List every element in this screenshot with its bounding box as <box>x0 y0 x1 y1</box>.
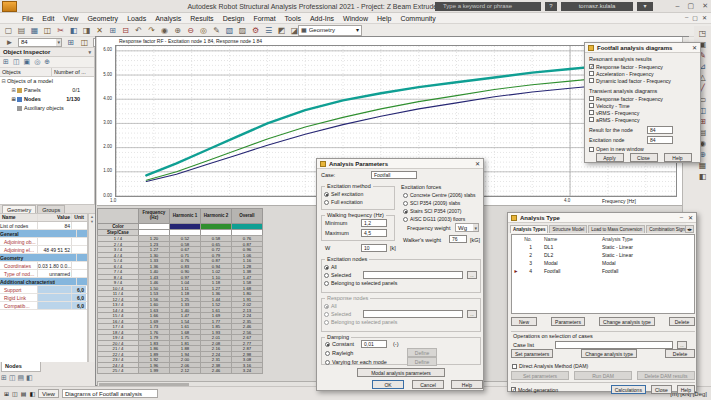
minimize-icon[interactable]: – <box>676 2 680 10</box>
tree-item-row[interactable]: ⊞ Nodes 1/130 <box>0 95 94 104</box>
bottom-tool-icon[interactable]: ◫ <box>9 374 16 382</box>
table-column-header[interactable]: Frequency (Hz) <box>138 208 170 224</box>
radio-button[interactable] <box>324 265 329 270</box>
chevron-down-icon[interactable]: ▾ <box>88 49 91 55</box>
dialog-button[interactable]: Help <box>677 385 695 394</box>
modal-analysis-parameters-button[interactable]: Modal analysis parameters <box>357 368 445 377</box>
dialog-button[interactable]: OK <box>372 380 404 389</box>
diagram-checkbox-row[interactable]: ✓ aRMS - Frequency <box>589 116 663 123</box>
toolbar-icon[interactable]: ⊖ <box>185 25 196 36</box>
tree-item-row[interactable]: ⊞ Auxiliary objects <box>0 104 94 113</box>
damping-rayleigh-row[interactable]: Rayleigh <box>325 350 353 356</box>
menu-item[interactable]: Design <box>223 15 245 22</box>
column-number[interactable]: Number of ... <box>52 68 94 76</box>
radio-row[interactable]: Stairs SCI P354 (2007) <box>403 207 476 215</box>
close-icon[interactable]: ✕ <box>692 44 697 51</box>
property-row[interactable]: Type of nod... unnamed <box>0 270 87 278</box>
diagram-checkbox-row[interactable]: ✓ Acceleration - Frequency <box>589 70 671 77</box>
dialog-titlebar[interactable]: Analysis Parameters ✕ <box>317 159 483 169</box>
dialog-tab[interactable]: Analysis Types <box>510 225 548 233</box>
menu-item[interactable]: Loads <box>127 15 146 22</box>
frequency-weight-combo[interactable]: Wg ▾ <box>455 223 479 232</box>
dialog-button[interactable]: Delete <box>669 317 695 326</box>
case-row[interactable]: ► 4 Footfall Footfall <box>512 267 694 275</box>
radio-button[interactable] <box>325 342 330 347</box>
radio-button[interactable] <box>324 200 329 205</box>
radio-row[interactable]: Belonging to selected panels <box>324 279 478 287</box>
checkbox[interactable]: ✓ <box>589 117 594 122</box>
right-toolbar-icon[interactable]: ◧ <box>699 172 707 181</box>
status-icon[interactable]: ▤ <box>21 390 27 397</box>
tab-scroll-buttons[interactable]: ◂▸ <box>685 225 694 233</box>
tree-collapse-icon[interactable]: ⊟ <box>0 77 7 86</box>
maximum-input[interactable]: 4,5 <box>361 229 387 237</box>
radio-button[interactable] <box>324 273 329 278</box>
menu-item[interactable]: Geometry <box>87 15 118 22</box>
case-list-browse-button[interactable]: ... <box>677 341 687 349</box>
damping-constant-input[interactable]: 0,01 <box>361 340 387 348</box>
property-row[interactable]: Adjoining el... 48 49 51 52 <box>0 246 87 254</box>
dam-checkbox-row[interactable]: Direct Analysis Method (DAM) <box>512 363 588 369</box>
menu-item[interactable]: Add-Ins <box>310 15 334 22</box>
table-column-header[interactable]: Overall <box>231 208 263 224</box>
radio-row[interactable]: All <box>324 263 478 271</box>
dialog-button[interactable]: Help <box>451 380 483 389</box>
radio-row[interactable]: SCI P354 (2009) slabs <box>403 199 476 207</box>
property-grid-scrollbar[interactable]: ▲▼ <box>88 214 95 362</box>
menu-item[interactable]: File <box>22 15 33 22</box>
dialog-button[interactable]: Set parameters <box>511 349 553 358</box>
radio-button[interactable] <box>324 320 329 325</box>
checkbox[interactable]: ✓ <box>589 71 594 76</box>
tree-item-row[interactable]: ⊞ Panels 0/1 <box>0 86 94 95</box>
mdi-close-icon[interactable]: ✕ <box>702 14 707 21</box>
user-account-menu[interactable]: tomasz.kulala <box>561 2 633 11</box>
toolbar-icon[interactable]: ▤ <box>16 25 27 36</box>
dialog-tab[interactable]: Structure Model <box>549 225 587 233</box>
diagram-checkbox-row[interactable]: ✓ Response factor - Frequency <box>589 63 671 70</box>
radio-button[interactable] <box>403 201 408 206</box>
checkbox[interactable]: ✓ <box>589 103 594 108</box>
define-button[interactable]: Define <box>407 357 437 366</box>
excitation-selected-input[interactable] <box>363 271 463 279</box>
define-button[interactable]: Define <box>407 348 437 357</box>
menu-item[interactable]: Help <box>377 15 391 22</box>
restore-icon[interactable]: ▢ <box>688 2 695 10</box>
menu-item[interactable]: View <box>63 15 78 22</box>
toolbar-icon[interactable]: ⚙ <box>250 25 261 36</box>
radio-button[interactable] <box>403 217 408 222</box>
tab-geometry[interactable]: Geometry <box>2 205 36 213</box>
footfall-panel-titlebar[interactable]: Footfall analysis diagrams ✕ <box>585 43 700 53</box>
dialog-button[interactable]: Close <box>651 385 672 394</box>
node-selection-combo[interactable]: 84 ▾ <box>18 38 62 47</box>
case-row[interactable]: ► 3 Modal Modal <box>512 259 694 267</box>
property-row[interactable]: General <box>0 230 87 238</box>
toolbar-icon[interactable]: ✂ <box>55 25 66 36</box>
radio-row[interactable]: Belonging to selected panels <box>324 318 478 326</box>
dialog-button[interactable]: Calculations <box>611 385 646 394</box>
toolbar-icon[interactable]: ✎ <box>211 25 222 36</box>
table-column-header[interactable]: Harmonic 2 <box>200 208 232 224</box>
radio-button[interactable] <box>403 193 408 198</box>
radio-button[interactable] <box>324 281 329 286</box>
radio-button[interactable] <box>324 192 329 197</box>
minimize-icon[interactable]: – <box>680 214 683 221</box>
toolbar-icon[interactable]: ⊕ <box>172 25 183 36</box>
radio-button[interactable] <box>324 312 329 317</box>
toolbar-icon[interactable]: ☰ <box>263 25 274 36</box>
diagram-checkbox-row[interactable]: ✓ vRMS - Frequency <box>589 109 663 116</box>
toolbar-icon[interactable]: ▦ <box>29 25 40 36</box>
property-row[interactable]: Support 6,0 <box>0 286 87 294</box>
dialog-button[interactable]: Cancel <box>412 380 444 389</box>
toolbar-icon[interactable]: ▢ <box>3 25 14 36</box>
status-icon[interactable]: ⊞ <box>4 390 9 397</box>
mdi-minimize-icon[interactable]: – <box>685 14 688 21</box>
close-icon[interactable]: ✕ <box>702 2 708 10</box>
column-objects[interactable]: Objects <box>0 68 52 76</box>
radio-button[interactable] <box>403 209 408 214</box>
tab-nodes[interactable]: Nodes <box>1 362 41 372</box>
open-new-window-row[interactable]: Open in new window <box>589 146 644 152</box>
inspector-tool-icon[interactable]: ⊕ <box>44 58 50 66</box>
checkbox[interactable]: ✓ <box>511 387 516 392</box>
checkbox[interactable]: ✓ <box>589 64 594 69</box>
toolbar-icon[interactable]: ◧ <box>68 25 79 36</box>
